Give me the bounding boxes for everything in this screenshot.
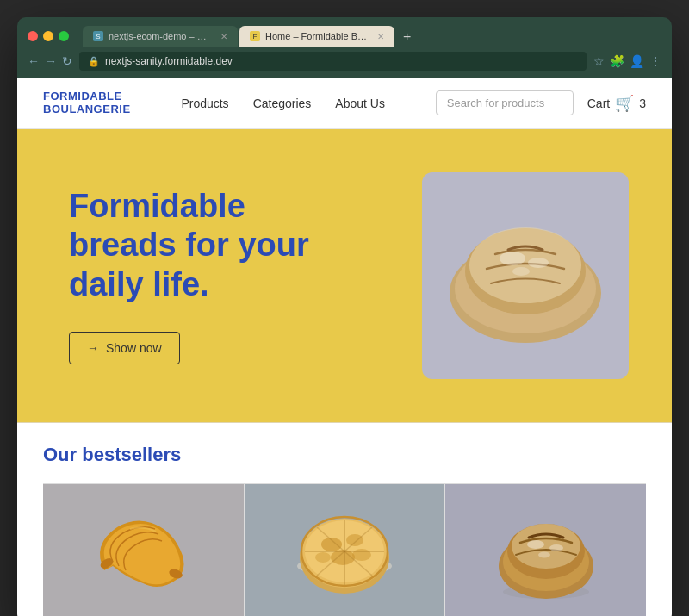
browser-tab-2[interactable]: F Home – Formidable Boulange... ✕ [239,26,394,47]
back-button[interactable]: ← [28,54,40,68]
url-text: nextjs-sanity.formidable.dev [105,55,233,67]
svg-point-27 [512,524,580,569]
product-card-pie[interactable] [245,484,446,616]
show-now-button[interactable]: → Show now [69,332,180,364]
nav-buttons: ← → ↻ [28,54,72,68]
cta-label: Show now [106,341,162,355]
browser-window: S nextjs-ecom-demo – Sanity ✕ F Home – F… [17,17,672,616]
tabs-bar: S nextjs-ecom-demo – Sanity ✕ F Home – F… [83,26,661,47]
pie-illustration [284,501,405,605]
title-bar: S nextjs-ecom-demo – Sanity ✕ F Home – F… [17,17,672,47]
cart-icon: 🛒 [615,94,634,113]
minimize-button[interactable] [43,31,53,41]
logo-line2: BOULANGERIE [43,103,131,115]
tab-label-1: nextjs-ecom-demo – Sanity [109,31,212,41]
svg-point-28 [527,540,544,549]
nav-categories[interactable]: Categories [253,96,312,110]
lock-icon: 🔒 [88,56,100,67]
logo-line1: FORMIDABLE [43,90,122,103]
nav-about[interactable]: About Us [335,96,385,110]
maximize-button[interactable] [59,31,69,41]
svg-point-29 [549,544,563,551]
site-header: FORMIDABLE BOULANGERIE Products Categori… [17,78,672,129]
new-tab-button[interactable]: + [396,29,418,45]
svg-point-30 [538,552,550,558]
site-logo[interactable]: FORMIDABLE BOULANGERIE [43,90,131,116]
svg-point-5 [528,258,549,268]
svg-point-16 [315,552,331,563]
hero-bread-illustration [439,198,611,353]
nav-products[interactable]: Products [181,96,228,110]
tab-close-1[interactable]: ✕ [220,32,227,41]
croissant-illustration [83,501,203,605]
product-image-croissant [43,484,244,616]
forward-button[interactable]: → [45,54,57,68]
browser-tab-1[interactable]: S nextjs-ecom-demo – Sanity ✕ [83,26,238,47]
search-input[interactable]: Search for products [436,90,574,115]
bookmark-icon[interactable]: ☆ [593,54,605,68]
profile-icon[interactable]: 👤 [630,54,644,68]
tab-favicon-1: S [93,31,103,41]
main-nav: Products Categories About Us [181,96,385,111]
svg-point-17 [352,549,371,561]
product-image-loaf [445,484,646,616]
svg-point-3 [469,227,581,303]
hero-image [422,172,629,379]
hero-text: Formidable breads for your daily life. →… [69,187,422,365]
cart-count: 3 [639,96,646,110]
cart-button[interactable]: Cart 🛒 3 [587,94,646,113]
loaf-illustration [486,501,606,605]
tab-label-2: Home – Formidable Boulange... [265,31,369,41]
bestsellers-section: Our bestsellers [17,422,672,616]
bestsellers-title: Our bestsellers [43,444,646,466]
browser-actions: ☆ 🧩 👤 ⋮ [593,54,661,68]
product-card-loaf[interactable] [445,484,646,616]
extensions-icon[interactable]: 🧩 [610,54,624,68]
address-bar: ← → ↻ 🔒 nextjs-sanity.formidable.dev ☆ 🧩… [17,47,672,78]
hero-section: Formidable breads for your daily life. →… [17,129,672,422]
tab-favicon-2: F [250,31,260,41]
website-content: FORMIDABLE BOULANGERIE Products Categori… [17,78,672,616]
tab-close-2[interactable]: ✕ [377,32,384,41]
svg-point-14 [346,534,363,546]
cart-label: Cart [587,96,610,110]
product-image-pie [245,484,445,616]
traffic-lights [28,31,69,41]
svg-point-6 [512,267,530,276]
hero-heading: Formidable breads for your daily life. [69,187,344,305]
header-right: Search for products Cart 🛒 3 [436,90,646,115]
cta-arrow: → [87,341,99,355]
browser-chrome: S nextjs-ecom-demo – Sanity ✕ F Home – F… [17,17,672,78]
product-card-croissant[interactable] [43,484,245,616]
menu-icon[interactable]: ⋮ [649,54,661,68]
svg-point-4 [500,252,525,265]
products-grid [43,483,646,616]
refresh-button[interactable]: ↻ [62,54,72,68]
close-button[interactable] [28,31,38,41]
url-bar[interactable]: 🔒 nextjs-sanity.formidable.dev [79,52,587,71]
